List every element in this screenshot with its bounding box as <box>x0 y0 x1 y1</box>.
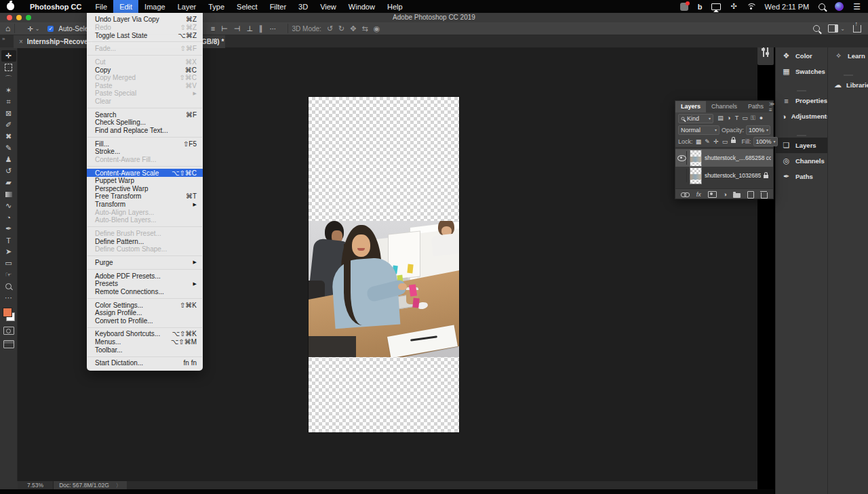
lock-icon-1[interactable]: ✎ <box>704 138 711 145</box>
menu-item-color-settings[interactable]: Color Settings...⇧⌘K <box>87 301 203 309</box>
screen-mode-button[interactable] <box>3 340 14 348</box>
frame-tool[interactable]: ⊠ <box>1 108 16 119</box>
b-status-icon[interactable]: b <box>698 3 703 11</box>
menubar-item-window[interactable]: Window <box>342 0 381 13</box>
eyedropper-tool[interactable]: ✐ <box>1 119 16 131</box>
new-layer-icon[interactable] <box>747 191 754 199</box>
layer-name[interactable]: shutterstock_....685258 copy 2 <box>705 155 771 161</box>
panel-button-paths[interactable]: ✒Paths <box>776 169 827 184</box>
mode-3d-icon-4[interactable]: ◉ <box>374 24 380 33</box>
history-brush-tool[interactable]: ↺ <box>1 165 16 177</box>
filter-icon-2[interactable]: T <box>733 115 741 122</box>
menu-item-perspective-warp[interactable]: Perspective Warp <box>87 185 203 193</box>
lock-all-icon[interactable] <box>731 140 736 143</box>
menubar-item-select[interactable]: Select <box>231 0 264 13</box>
lock-icon-3[interactable]: ▭ <box>722 138 729 145</box>
menubar-item-image[interactable]: Image <box>138 0 172 13</box>
menubar-item-view[interactable]: View <box>314 0 342 13</box>
path-selection-tool[interactable]: ➤ <box>1 246 16 258</box>
adjustment-layer-icon[interactable]: ◑ <box>723 191 726 198</box>
menubar-item-filter[interactable]: Filter <box>264 0 292 13</box>
zoom-tool[interactable] <box>1 281 16 292</box>
filter-icon-4[interactable]: ⚿ <box>749 115 757 122</box>
home-icon[interactable]: ⌂ <box>5 24 10 33</box>
menu-item-content-aware-scale[interactable]: Content-Aware Scale⌥⇧⌘C <box>87 169 203 177</box>
dodge-tool[interactable]: ◔ <box>1 211 16 223</box>
filter-icon-5[interactable]: ● <box>757 115 765 122</box>
layer-row[interactable]: shutterstock_1032685258 <box>675 167 773 184</box>
fill-dropdown[interactable]: 100% ▾ <box>753 137 778 146</box>
panel-button-swatches[interactable]: ▦Swatches <box>776 64 827 79</box>
panel-button-channels[interactable]: ◎Channels <box>776 153 827 169</box>
menu-item-convert-to-profile[interactable]: Convert to Profile... <box>87 317 203 325</box>
layer-style-icon[interactable]: fx <box>696 191 701 198</box>
quick-mask-button[interactable] <box>3 327 14 335</box>
workspace-switcher[interactable]: ⌄ <box>828 24 845 33</box>
gradient-tool[interactable] <box>1 188 16 200</box>
dock-group-grip[interactable] <box>844 75 853 76</box>
search-icon[interactable] <box>813 25 820 32</box>
panel-button-layers[interactable]: ❏Layers <box>776 138 827 153</box>
menu-item-search[interactable]: Search⌘F <box>87 110 203 119</box>
menu-item-transform[interactable]: Transform▶ <box>87 201 203 209</box>
kind-filter-dropdown[interactable]: Kind ▾ <box>678 114 713 123</box>
siri-icon[interactable] <box>835 2 844 11</box>
clone-stamp-tool[interactable]: ♟ <box>1 154 16 165</box>
lock-icon-2[interactable]: ✛ <box>713 138 720 145</box>
lock-icon-0[interactable]: ▦ <box>695 138 703 145</box>
foreground-color-swatch[interactable] <box>3 308 12 317</box>
layer-thumbnail[interactable] <box>690 167 702 184</box>
hand-tool[interactable]: ☞ <box>1 269 16 281</box>
menubar-item-file[interactable]: File <box>89 0 113 13</box>
mode-3d-icon-2[interactable]: ✥ <box>350 24 356 33</box>
blend-mode-dropdown[interactable]: Normal ▾ <box>678 125 719 135</box>
dock-group-grip[interactable] <box>797 90 806 91</box>
menu-item-menus[interactable]: Menus...⌥⇧⌘M <box>87 338 203 346</box>
align-icon-0[interactable]: ≡ <box>211 24 215 33</box>
panel-button-adjustments[interactable]: ◑Adjustments <box>776 108 827 124</box>
wifi-icon[interactable] <box>747 3 755 10</box>
menu-item-check-spelling[interactable]: Check Spelling... <box>87 119 203 127</box>
panel-button-color[interactable]: ❖Color <box>776 48 827 64</box>
tab-close-icon[interactable]: × <box>19 38 23 45</box>
menubar-clock[interactable]: Wed 2:11 PM <box>765 3 810 11</box>
menu-item-keyboard-shortcuts[interactable]: Keyboard Shortcuts...⌥⇧⌘K <box>87 330 203 338</box>
panel-menu-icon[interactable]: ≫ ≡ <box>769 101 778 113</box>
move-tool-preset[interactable]: ✛ ⌄ <box>27 25 39 33</box>
menubar-item-edit[interactable]: Edit <box>113 0 138 13</box>
align-icon-2[interactable]: ⊣ <box>234 24 241 33</box>
pen-tool[interactable]: ✒ <box>1 223 16 234</box>
align-icon-4[interactable]: ∥ <box>259 24 263 33</box>
delete-layer-icon[interactable] <box>761 192 768 199</box>
layer-row[interactable]: shutterstock_....685258 copy 2 <box>675 149 773 167</box>
mode-3d-icon-3[interactable]: ⇆ <box>362 24 368 33</box>
menu-item-copy[interactable]: Copy⌘C <box>87 66 203 74</box>
layers-panel-tab-paths[interactable]: Paths <box>743 101 769 112</box>
menu-item-puppet-warp[interactable]: Puppet Warp <box>87 177 203 185</box>
menubar-item-photoshop-cc[interactable]: Photoshop CC <box>22 0 89 13</box>
menubar-item-help[interactable]: Help <box>381 0 409 13</box>
add-mask-icon[interactable] <box>708 191 717 198</box>
eraser-tool[interactable]: ▰ <box>1 177 16 188</box>
airplay-icon[interactable] <box>711 3 721 10</box>
notification-center-icon[interactable]: ☰ <box>853 2 860 12</box>
keyboard-status-icon[interactable]: ✣ <box>730 2 736 11</box>
dock-group-grip[interactable] <box>797 135 806 136</box>
layer-name[interactable]: shutterstock_1032685258 <box>705 172 761 179</box>
menubar-item-3d[interactable]: 3D <box>292 0 314 13</box>
quick-selection-tool[interactable]: ✶ <box>1 85 16 96</box>
panel-button-properties[interactable]: ≡Properties <box>776 93 827 108</box>
filter-icon-1[interactable]: ◑ <box>725 115 732 122</box>
spotlight-icon[interactable] <box>818 3 825 10</box>
menu-item-start-dictation[interactable]: Start Dictation...fn fn <box>87 359 203 367</box>
menu-item-fill[interactable]: Fill...⇧F5 <box>87 140 203 148</box>
spot-healing-tool[interactable]: ✖ <box>1 131 16 142</box>
smudge-tool[interactable]: ∿ <box>1 200 16 211</box>
menu-item-undo-layer-via-copy[interactable]: Undo Layer Via Copy⌘Z <box>87 16 203 24</box>
menu-item-find-and-replace-text[interactable]: Find and Replace Text... <box>87 127 203 135</box>
menu-item-define-pattern[interactable]: Define Pattern... <box>87 237 203 245</box>
lasso-tool[interactable]: ⌒ <box>1 73 16 85</box>
type-tool[interactable]: T <box>1 234 16 246</box>
menu-item-toggle-last-state[interactable]: Toggle Last State⌥⌘Z <box>87 31 203 39</box>
document-canvas[interactable] <box>309 97 459 432</box>
